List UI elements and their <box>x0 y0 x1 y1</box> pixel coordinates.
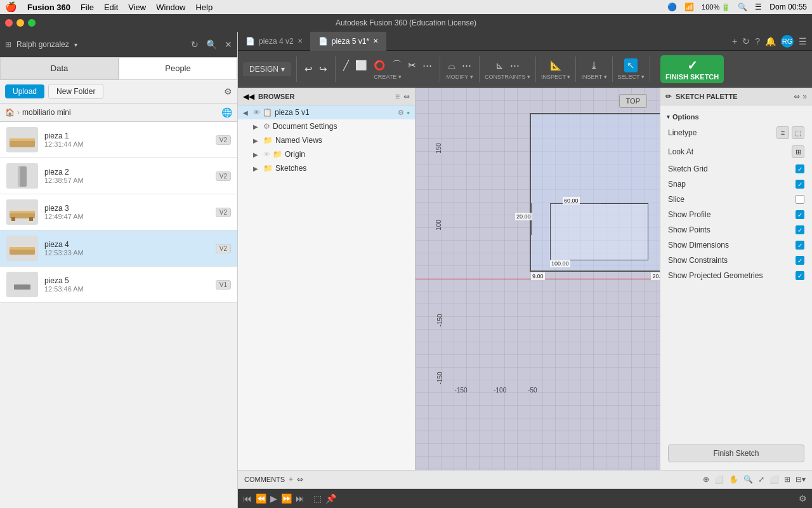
linetype-btn1[interactable]: ≡ <box>776 126 789 139</box>
create-more-icon[interactable]: ⋯ <box>420 58 435 72</box>
tab-sync-icon[interactable]: ↻ <box>742 36 750 46</box>
menu-edit[interactable]: Edit <box>104 3 118 12</box>
tab-user-icon[interactable]: RG <box>781 35 794 48</box>
browser-item-sketches[interactable]: ▶ 📁 Sketches <box>238 161 415 175</box>
timeline-marker-icon[interactable]: ⬚ <box>313 493 322 504</box>
modify-fillet-icon[interactable]: ⌓ <box>445 58 458 72</box>
maximize-button[interactable] <box>28 19 36 27</box>
sketch-grid-checkbox[interactable]: ✓ <box>796 164 804 173</box>
create-line-icon[interactable]: ╱ <box>341 58 351 72</box>
close-panel-icon[interactable]: ✕ <box>225 39 232 50</box>
add-comment-icon[interactable]: + <box>289 475 293 484</box>
upload-button[interactable]: Upload <box>5 84 44 98</box>
tab-menu-icon[interactable]: ☰ <box>799 36 807 46</box>
timeline-settings-icon[interactable]: ⚙ <box>799 493 807 504</box>
constraint-more-icon[interactable]: ⋯ <box>508 58 522 72</box>
create-rect-icon[interactable]: ⬜ <box>353 58 370 72</box>
skip-start-icon[interactable]: ⏮ <box>243 493 252 504</box>
select-icon[interactable]: ↖ <box>624 58 638 72</box>
browser-collapse-icon[interactable]: ◀◀ <box>243 92 254 101</box>
browser-item-named-views[interactable]: ▶ 📁 Named Views <box>238 133 415 147</box>
show-constraints-checkbox[interactable]: ✓ <box>796 256 804 265</box>
app-name[interactable]: Fusion 360 <box>27 3 70 12</box>
next-icon[interactable]: ⏩ <box>281 493 292 504</box>
tab-notifications-icon[interactable]: 🔔 <box>765 36 776 46</box>
show-profile-checkbox[interactable]: ✓ <box>796 210 804 219</box>
file-item[interactable]: pieza 5 12:53:46 AM V1 <box>0 267 237 303</box>
look-at-btn[interactable]: ⊞ <box>792 145 804 158</box>
search-panel-icon[interactable]: 🔍 <box>206 39 217 50</box>
user-name[interactable]: Ralph gonzalez <box>16 40 69 49</box>
pan-icon[interactable]: ✋ <box>729 475 738 484</box>
create-circle-icon[interactable]: ⭕ <box>371 58 388 72</box>
close-button[interactable] <box>5 19 13 27</box>
file-version[interactable]: V2 <box>216 208 231 217</box>
browser-item-doc-settings[interactable]: ▶ ⚙ Document Settings <box>238 119 415 133</box>
play-icon[interactable]: ▶ <box>270 493 277 504</box>
zoom-extents-icon[interactable]: ⤢ <box>758 475 764 484</box>
settings-gear-icon[interactable]: ⚙ <box>398 109 404 117</box>
tab-pieza4[interactable]: 📄 pieza 4 v2 ✕ <box>238 32 311 51</box>
show-projected-checkbox[interactable]: ✓ <box>796 271 804 280</box>
control-center-icon[interactable]: ☰ <box>755 3 762 11</box>
palette-more-icon[interactable]: » <box>802 92 807 101</box>
finish-sketch-button[interactable]: Finish Sketch <box>668 444 804 462</box>
create-trim-icon[interactable]: ✂ <box>405 58 419 72</box>
file-version[interactable]: V2 <box>216 171 231 181</box>
constraint-icon[interactable]: ⊾ <box>493 58 506 72</box>
globe-icon[interactable]: 🌐 <box>221 107 232 117</box>
tab-pieza5[interactable]: 📄 pieza 5 v1* ✕ <box>311 32 386 51</box>
new-folder-button[interactable]: New Folder <box>48 84 103 99</box>
menu-file[interactable]: File <box>81 3 94 12</box>
linetype-btn2[interactable]: ⬚ <box>792 126 804 139</box>
breadcrumb-home-icon[interactable]: 🏠 <box>5 108 15 117</box>
design-button[interactable]: DESIGN ▾ <box>243 62 291 76</box>
tab-people[interactable]: People <box>119 57 237 79</box>
menu-view[interactable]: View <box>128 3 146 12</box>
breadcrumb-item[interactable]: mobiliario mini <box>22 108 71 117</box>
file-version[interactable]: V1 <box>216 280 231 290</box>
show-dimensions-checkbox[interactable]: ✓ <box>796 241 804 250</box>
grid-icon[interactable]: ⊞ <box>784 475 790 484</box>
eye-icon[interactable]: 👁 <box>253 109 260 116</box>
search-icon[interactable]: 🔍 <box>738 3 747 11</box>
skip-end-icon[interactable]: ⏭ <box>296 493 304 504</box>
canvas-area[interactable]: 150 100 -150 -150 -150 -100 -50 <box>416 88 660 470</box>
insert-icon[interactable]: ⤓ <box>587 58 601 72</box>
eye-icon[interactable]: 👁 <box>263 150 270 158</box>
app-grid-icon[interactable]: ⊞ <box>5 40 11 49</box>
slice-checkbox[interactable] <box>796 195 804 204</box>
create-arc-icon[interactable]: ⌒ <box>390 58 404 72</box>
browser-item-origin[interactable]: ▶ 👁 📁 Origin <box>238 147 415 161</box>
apple-menu[interactable]: 🍎 <box>5 1 17 13</box>
finish-sketch-toolbar-button[interactable]: ✓ FINISH SKETCH <box>660 55 724 83</box>
tab-data[interactable]: Data <box>0 57 119 79</box>
tab-close-icon[interactable]: ✕ <box>373 37 378 44</box>
menu-help[interactable]: Help <box>195 3 213 12</box>
display-icon[interactable]: ⬜ <box>769 475 779 484</box>
snap-checkbox[interactable]: ✓ <box>796 180 804 189</box>
file-item[interactable]: pieza 1 12:31:44 AM V2 <box>0 122 237 158</box>
navigate-icon[interactable]: ⊕ <box>703 475 709 484</box>
expand-comments-icon[interactable]: ⇔ <box>297 475 303 484</box>
menu-window[interactable]: Window <box>156 3 185 12</box>
file-item[interactable]: pieza 3 12:49:47 AM V2 <box>0 194 237 231</box>
redo-button[interactable]: ↪ <box>317 62 330 76</box>
tab-help-icon[interactable]: ? <box>755 36 760 46</box>
zoom-fit-icon[interactable]: 🔍 <box>743 475 753 484</box>
palette-expand-icon[interactable]: ⇔ <box>794 92 800 101</box>
display-settings-icon[interactable]: ⊟▾ <box>796 475 806 484</box>
modify-more-icon[interactable]: ⋯ <box>459 58 474 72</box>
browser-expand-icon[interactable]: ⇔ <box>403 92 410 101</box>
file-version[interactable]: V2 <box>216 244 231 253</box>
inspect-icon[interactable]: 📐 <box>547 58 565 72</box>
refresh-icon[interactable]: ↻ <box>191 39 199 50</box>
file-item[interactable]: pieza 2 12:38:57 AM V2 <box>0 158 237 194</box>
tab-add-icon[interactable]: + <box>732 36 737 46</box>
file-version[interactable]: V2 <box>216 135 231 145</box>
tab-close-icon[interactable]: ✕ <box>298 37 303 44</box>
undo-button[interactable]: ↩ <box>302 62 315 76</box>
browser-item-root[interactable]: ◀ 👁 📋 pieza 5 v1 ⚙ ● <box>238 105 415 119</box>
options-section-header[interactable]: ▾ Options <box>660 110 812 123</box>
pin-icon[interactable]: 📌 <box>325 493 336 504</box>
